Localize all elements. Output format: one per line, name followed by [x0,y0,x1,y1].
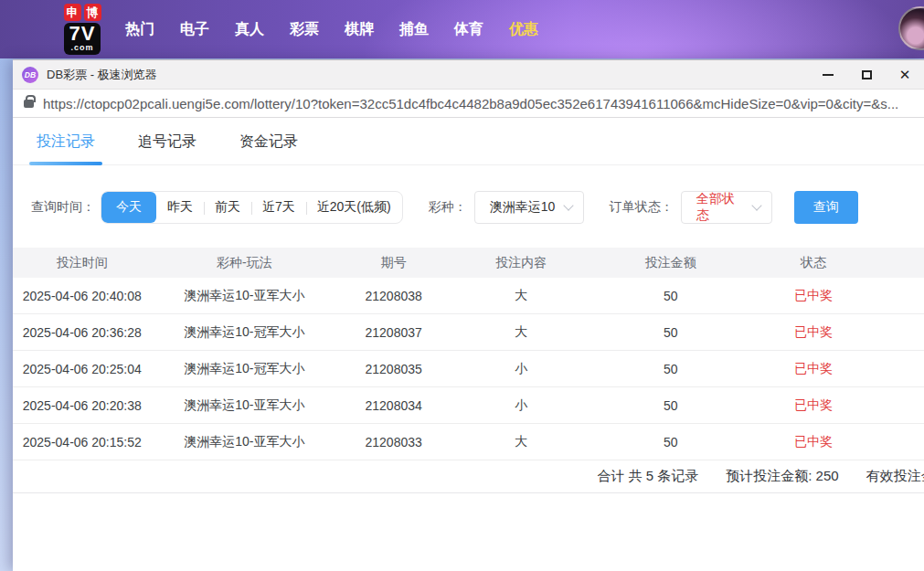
cell-lottery-play: 澳洲幸运10-亚军大小 [152,397,338,414]
time-option-last-7-days[interactable]: 近7天 [251,192,306,223]
cell-bet-content: 大 [450,288,592,304]
cell-lottery-play: 澳洲幸运10-亚军大小 [152,288,338,304]
url-text[interactable]: https://ctopcp02pcali.uengi5e.com/lotter… [43,96,898,111]
logo-badges: 申 博 [64,4,101,21]
bet-records-table: 投注时间 彩种-玩法 期号 投注内容 投注金额 状态 2025-04-06 20… [13,248,924,460]
nav-item-live[interactable]: 真人 [235,20,264,39]
cell-bet-time: 2025-04-06 20:36:28 [13,325,152,340]
cell-lottery-play: 澳洲幸运10-亚军大小 [152,434,338,450]
cell-bet-time: 2025-04-06 20:15:52 [13,435,152,449]
logo-7v-text: 7V [69,24,96,44]
cell-bet-content: 小 [450,361,592,377]
tab-fund-records[interactable]: 资金记录 [239,132,298,164]
status-badge: 已中奖 [749,397,878,414]
cell-bet-amount: 50 [592,289,748,303]
status-badge: 已中奖 [749,434,878,450]
browser-window: DB DB彩票 - 极速浏览器 ✕ https://ctopcp02pcali.… [13,59,924,571]
chevron-down-icon [563,200,573,210]
time-filter-group: 今天 昨天 前天 近7天 近20天(低频) [101,191,403,224]
header-issue: 期号 [337,255,450,271]
header-lottery-play: 彩种-玩法 [152,255,338,271]
maximize-icon[interactable] [847,60,886,90]
cell-bet-time: 2025-04-06 20:25:04 [13,362,152,376]
time-filter-label: 查询时间： [31,199,95,216]
cell-bet-content: 大 [450,324,592,341]
time-option-last-20-days[interactable]: 近20天(低频) [306,192,402,223]
cell-issue: 21208038 [337,289,450,303]
nav-item-board-games[interactable]: 棋牌 [345,20,374,39]
record-tabs: 投注记录 追号记录 资金记录 [13,118,924,165]
nav-item-hot[interactable]: 热门 [125,20,154,39]
window-controls: ✕ [809,60,924,90]
cell-bet-amount: 50 [592,325,748,340]
summary-expected-amount: 预计投注金额: 250 [726,468,838,485]
table-row: 2025-04-06 20:25:04 澳洲幸运10-冠军大小 21208035… [13,351,924,387]
cell-bet-amount: 50 [592,362,748,376]
cell-bet-time: 2025-04-06 20:40:08 [13,289,152,303]
time-option-day-before[interactable]: 前天 [204,192,251,223]
nav-item-electronic[interactable]: 电子 [180,20,209,39]
filter-row: 查询时间： 今天 昨天 前天 近7天 近20天(低频) 彩种： 澳洲幸运10 订… [13,165,924,224]
status-badge: 已中奖 [749,324,878,341]
cell-bet-time: 2025-04-06 20:20:38 [13,398,152,413]
table-row: 2025-04-06 20:20:38 澳洲幸运10-亚军大小 21208034… [13,387,924,424]
lottery-select-value: 澳洲幸运10 [490,199,556,216]
cell-bet-content: 小 [450,397,592,414]
user-avatar[interactable] [898,6,924,50]
minimize-icon[interactable] [809,60,847,90]
cell-issue: 21208033 [337,435,450,449]
summary-valid-amount: 有效投注金额: 250 [866,468,924,485]
nav-item-fishing[interactable]: 捕鱼 [399,20,429,39]
lock-icon[interactable] [24,100,34,108]
table-header-row: 投注时间 彩种-玩法 期号 投注内容 投注金额 状态 [13,248,924,278]
nav-item-promotions[interactable]: 优惠 [509,20,538,39]
logo-com-text: .com [69,44,96,52]
address-bar: https://ctopcp02pcali.uengi5e.com/lotter… [13,90,924,118]
summary-total-count: 合计 共 5 条记录 [597,468,698,485]
header-bet-content: 投注内容 [450,255,592,271]
site-logo[interactable]: 申 博 7V .com [52,4,112,55]
close-icon[interactable]: ✕ [886,60,924,90]
table-row: 2025-04-06 20:40:08 澳洲幸运10-亚军大小 21208038… [13,278,924,314]
cell-issue: 21208035 [337,362,450,376]
status-badge: 已中奖 [749,288,878,304]
logo-badge-bo: 博 [84,4,101,21]
cell-bet-amount: 50 [592,435,748,449]
nav-item-lottery[interactable]: 彩票 [290,20,319,39]
lottery-select[interactable]: 澳洲幸运10 [474,191,584,224]
order-status-value: 全部状态 [696,191,746,224]
order-status-select[interactable]: 全部状态 [681,191,772,224]
logo-badge-shen: 申 [64,4,81,21]
window-title: DB彩票 - 极速浏览器 [47,67,157,83]
header-status: 状态 [749,255,878,271]
cell-issue: 21208037 [337,325,450,340]
header-bet-amount: 投注金额 [592,255,748,271]
chevron-down-icon [751,200,761,210]
cell-bet-amount: 50 [592,398,748,413]
order-status-label: 订单状态： [610,199,674,216]
nav-item-sports[interactable]: 体育 [454,20,483,39]
site-navbar: 申 博 7V .com 热门 电子 真人 彩票 棋牌 捕鱼 体育 优惠 [0,0,924,58]
time-option-today[interactable]: 今天 [101,192,156,223]
cell-lottery-play: 澳洲幸运10-冠军大小 [152,361,338,377]
cell-bet-content: 大 [450,434,592,450]
cell-issue: 21208034 [337,398,450,413]
logo-main: 7V .com [64,23,101,55]
table-row: 2025-04-06 20:36:28 澳洲幸运10-冠军大小 21208037… [13,314,924,351]
summary-row: 合计 共 5 条记录 预计投注金额: 250 有效投注金额: 250 [13,460,924,493]
table-row: 2025-04-06 20:15:52 澳洲幸运10-亚军大小 21208033… [13,424,924,460]
tab-bet-records[interactable]: 投注记录 [37,132,95,164]
site-menu: 热门 电子 真人 彩票 棋牌 捕鱼 体育 优惠 [125,20,538,39]
lottery-filter-label: 彩种： [429,199,467,216]
search-button[interactable]: 查询 [794,191,858,224]
status-badge: 已中奖 [749,361,878,377]
time-option-yesterday[interactable]: 昨天 [156,192,204,223]
cell-lottery-play: 澳洲幸运10-冠军大小 [152,324,338,341]
db-favicon-icon: DB [22,67,38,83]
window-titlebar[interactable]: DB DB彩票 - 极速浏览器 ✕ [13,60,924,90]
tab-chase-records[interactable]: 追号记录 [138,132,196,164]
header-bet-time: 投注时间 [13,255,152,271]
